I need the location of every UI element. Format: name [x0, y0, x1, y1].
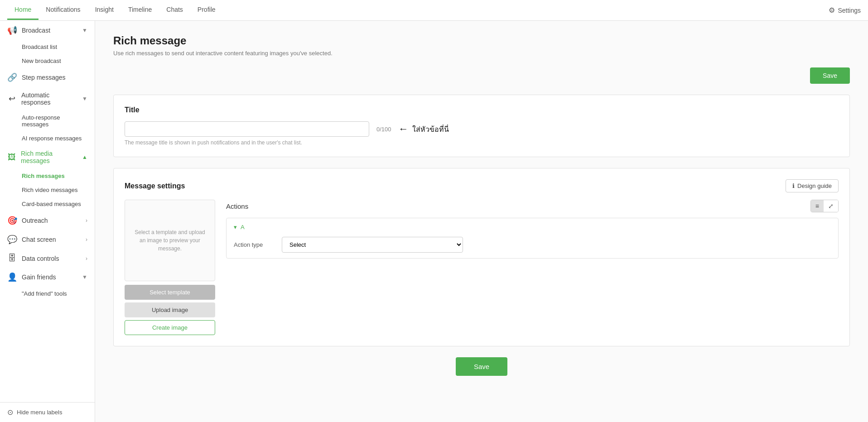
title-section: Title 0/100 ← ใส่หัวข้อที่นี่ The messag…: [113, 95, 850, 157]
actions-title: Actions: [226, 202, 248, 210]
sidebar-item-rich-media-messages[interactable]: 🖼 Rich media messages ▲: [0, 145, 95, 169]
sidebar-item-data-controls[interactable]: 🗄 Data controls ›: [0, 249, 95, 268]
top-save-area: Save: [113, 67, 850, 84]
message-settings-header: Message settings ℹ Design guide: [125, 179, 839, 192]
sidebar-item-broadcast-list[interactable]: Broadcast list: [0, 40, 95, 54]
action-item-block: ▾ A Action type Select URL Text Postback: [226, 218, 839, 259]
nav-tabs: Home Notifications Insight Timeline Chat…: [7, 0, 829, 20]
title-input[interactable]: [125, 121, 369, 137]
gain-friends-arrow-icon: ▼: [82, 274, 87, 280]
design-guide-button[interactable]: ℹ Design guide: [786, 179, 839, 192]
create-image-button[interactable]: Create image: [125, 320, 215, 335]
design-guide-label: Design guide: [797, 182, 832, 189]
data-controls-icon: 🗄: [7, 254, 17, 263]
actions-header: Actions ≡ ⤢: [226, 200, 839, 212]
new-broadcast-label: New broadcast: [22, 58, 61, 64]
action-item-label: ▾ A: [234, 224, 831, 230]
nav-tab-timeline[interactable]: Timeline: [121, 0, 159, 20]
nav-tab-insight[interactable]: Insight: [88, 0, 121, 20]
chevron-down-icon: ▾: [234, 224, 237, 230]
upload-image-button[interactable]: Upload image: [125, 302, 215, 317]
rich-media-arrow-icon: ▲: [82, 154, 87, 160]
sidebar-item-step-messages[interactable]: 🔗 Step messages: [0, 68, 95, 87]
sidebar-item-rich-video-messages[interactable]: Rich video messages: [0, 183, 95, 197]
add-friend-tools-label: "Add friend" tools: [22, 290, 67, 297]
actions-panel: Actions ≡ ⤢ ▾ A Action type: [226, 200, 839, 335]
rich-media-messages-label: Rich media messages: [21, 150, 77, 164]
annotation-text: ใส่หัวข้อที่นี่: [412, 124, 449, 135]
expand-view-button[interactable]: ⤢: [824, 200, 838, 212]
step-messages-icon: 🔗: [7, 72, 17, 82]
nav-tab-notifications[interactable]: Notifications: [39, 0, 87, 20]
main-layout: 📢 Broadcast ▼ Broadcast list New broadca…: [0, 21, 868, 422]
preview-panel: Select a template and upload an image to…: [125, 200, 215, 335]
sidebar-item-gain-friends[interactable]: 👤 Gain friends ▼: [0, 268, 95, 287]
rich-video-messages-label: Rich video messages: [22, 187, 78, 193]
gain-friends-icon: 👤: [7, 272, 17, 282]
hide-labels-icon: ⊙: [7, 408, 13, 417]
outreach-arrow-icon: ›: [86, 217, 87, 224]
nav-tab-chats[interactable]: Chats: [159, 0, 190, 20]
sidebar: 📢 Broadcast ▼ Broadcast list New broadca…: [0, 21, 95, 422]
chat-screen-label: Chat screen: [22, 236, 56, 243]
settings-link[interactable]: ⚙ Settings: [829, 6, 861, 14]
data-controls-label: Data controls: [22, 255, 59, 262]
sidebar-item-add-friend-tools[interactable]: "Add friend" tools: [0, 287, 95, 301]
top-nav: Home Notifications Insight Timeline Chat…: [0, 0, 868, 21]
chat-screen-icon: 💬: [7, 235, 17, 245]
arrow-annotation: ← ใส่หัวข้อที่นี่: [399, 123, 449, 135]
gear-icon: ⚙: [829, 6, 835, 14]
sidebar-item-auto-response-messages[interactable]: Auto-response messages: [0, 110, 95, 131]
ai-response-messages-label: AI response messages: [22, 135, 82, 142]
page-subtitle: Use rich messages to send out interactiv…: [113, 50, 850, 57]
preview-box: Select a template and upload an image to…: [125, 200, 215, 281]
broadcast-arrow-icon: ▼: [82, 27, 87, 34]
sidebar-item-card-based-messages[interactable]: Card-based messages: [0, 197, 95, 211]
action-type-select[interactable]: Select URL Text Postback: [282, 237, 463, 253]
save-button-top[interactable]: Save: [810, 67, 850, 84]
list-view-button[interactable]: ≡: [811, 200, 824, 212]
nav-tab-home[interactable]: Home: [7, 0, 39, 20]
sidebar-item-auto-responses[interactable]: ↩ Automatic responses ▼: [0, 87, 95, 110]
broadcast-icon: 📢: [7, 25, 17, 35]
info-icon: ℹ: [792, 182, 795, 189]
message-settings-title: Message settings: [125, 182, 185, 190]
settings-label: Settings: [838, 7, 861, 14]
step-messages-label: Step messages: [22, 74, 66, 81]
data-controls-arrow-icon: ›: [86, 255, 87, 262]
char-count: 0/100: [376, 126, 391, 133]
sidebar-item-broadcast[interactable]: 📢 Broadcast ▼: [0, 21, 95, 40]
title-field-row: 0/100 ← ใส่หัวข้อที่นี่: [125, 121, 839, 137]
sidebar-item-chat-screen[interactable]: 💬 Chat screen ›: [0, 230, 95, 249]
outreach-label: Outreach: [22, 217, 48, 224]
action-type-label: Action type: [234, 241, 275, 248]
auto-response-messages-label: Auto-response messages: [22, 114, 87, 128]
sidebar-item-rich-messages[interactable]: Rich messages: [0, 169, 95, 183]
outreach-icon: 🎯: [7, 216, 17, 225]
auto-responses-arrow-icon: ▼: [82, 96, 87, 102]
sidebar-item-outreach[interactable]: 🎯 Outreach ›: [0, 211, 95, 230]
action-type-row: Action type Select URL Text Postback: [234, 237, 831, 253]
sidebar-item-ai-response-messages[interactable]: AI response messages: [0, 131, 95, 145]
select-template-button[interactable]: Select template: [125, 285, 215, 300]
chat-screen-arrow-icon: ›: [86, 236, 87, 243]
arrow-icon: ←: [399, 123, 409, 135]
auto-responses-label: Automatic responses: [21, 91, 77, 106]
action-item-letter: A: [241, 224, 245, 230]
main-content: Rich message Use rich messages to send o…: [95, 21, 868, 422]
hide-menu-labels-button[interactable]: ⊙ Hide menu labels: [0, 402, 95, 422]
save-button-bottom[interactable]: Save: [456, 357, 507, 376]
sidebar-broadcast-label: Broadcast: [22, 27, 50, 34]
message-settings-body: Select a template and upload an image to…: [125, 200, 839, 335]
page-title: Rich message: [113, 34, 850, 47]
bottom-save-area: Save: [113, 357, 850, 394]
hide-labels-text: Hide menu labels: [17, 409, 62, 416]
preview-text: Select a template and upload an image to…: [132, 228, 207, 253]
auto-responses-icon: ↩: [7, 94, 17, 104]
view-toggles: ≡ ⤢: [810, 200, 839, 212]
title-hint: The message title is shown in push notif…: [125, 139, 839, 146]
sidebar-item-new-broadcast[interactable]: New broadcast: [0, 54, 95, 68]
broadcast-list-label: Broadcast list: [22, 43, 57, 50]
nav-tab-profile[interactable]: Profile: [190, 0, 223, 20]
card-based-messages-label: Card-based messages: [22, 201, 81, 207]
